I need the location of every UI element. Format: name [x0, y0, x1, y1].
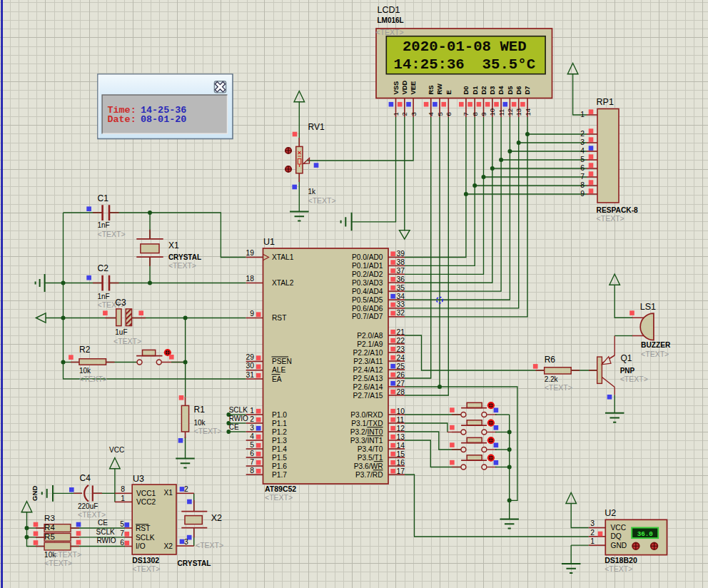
svg-text:8: 8	[250, 467, 254, 475]
svg-text:2: 2	[400, 112, 408, 116]
svg-text:14: 14	[524, 108, 532, 116]
svg-text:12: 12	[397, 425, 405, 432]
svg-text:7: 7	[580, 173, 585, 181]
svg-text:CRYSTAL: CRYSTAL	[168, 253, 201, 261]
svg-text:7: 7	[462, 112, 470, 116]
svg-text:19: 19	[246, 249, 255, 257]
svg-text:P3.7/RD: P3.7/RD	[355, 471, 383, 479]
svg-text:P1.5: P1.5	[272, 454, 287, 462]
svg-text:DS1302: DS1302	[132, 556, 159, 564]
svg-text:32: 32	[397, 309, 405, 317]
svg-text:<TEXT>: <TEXT>	[545, 383, 572, 392]
svg-text:1nF: 1nF	[98, 293, 110, 300]
svg-text:D0: D0	[462, 86, 470, 95]
svg-text:RW: RW	[435, 83, 443, 95]
svg-text:9: 9	[250, 310, 254, 318]
svg-text:P2.2/A10: P2.2/A10	[353, 349, 383, 357]
svg-text:8: 8	[471, 112, 479, 116]
svg-text:6: 6	[120, 539, 124, 547]
svg-text:25: 25	[397, 363, 405, 370]
svg-text:<TEXT>: <TEXT>	[113, 337, 141, 345]
svg-text:X2: X2	[211, 513, 222, 523]
svg-text:36.0: 36.0	[637, 530, 653, 538]
svg-text:21: 21	[397, 328, 405, 336]
svg-text:7: 7	[250, 458, 254, 466]
svg-text:8: 8	[121, 485, 125, 493]
svg-text:6: 6	[445, 112, 452, 116]
svg-text:<TEXT>: <TEXT>	[79, 375, 107, 383]
svg-text:C3: C3	[115, 298, 126, 308]
svg-text:P2.6/A14: P2.6/A14	[353, 383, 383, 391]
svg-text:220uF: 220uF	[78, 502, 98, 510]
svg-text:23: 23	[397, 345, 405, 353]
svg-text:38: 38	[397, 258, 405, 266]
svg-text:VCC: VCC	[109, 446, 124, 454]
svg-text:39: 39	[397, 250, 405, 258]
svg-text:7: 7	[120, 529, 124, 537]
svg-text:27: 27	[397, 380, 405, 387]
svg-text:P0.4/AD4: P0.4/AD4	[352, 288, 383, 295]
svg-text:U1: U1	[263, 237, 275, 247]
svg-text:GND: GND	[611, 542, 627, 549]
svg-text:R2: R2	[79, 345, 91, 355]
svg-text:LCD1: LCD1	[378, 5, 400, 15]
svg-text:ALE: ALE	[272, 366, 285, 374]
svg-text:P0.0/AD0: P0.0/AD0	[352, 253, 383, 261]
svg-text:26: 26	[397, 371, 405, 379]
svg-text:VSS: VSS	[392, 81, 400, 95]
svg-text:31: 31	[246, 371, 255, 379]
svg-text:SCLK: SCLK	[136, 534, 155, 542]
svg-text:RST: RST	[272, 314, 286, 322]
svg-text:RP1: RP1	[597, 97, 614, 107]
svg-text:P1.1: P1.1	[272, 420, 287, 427]
svg-text:RWIO: RWIO	[229, 415, 248, 422]
svg-text:X2: X2	[164, 542, 173, 550]
svg-text:<TEXT>: <TEXT>	[196, 541, 223, 549]
svg-text:34: 34	[397, 293, 405, 300]
svg-text:P3.4/T0: P3.4/T0	[358, 445, 383, 453]
svg-text:<TEXT>: <TEXT>	[265, 493, 293, 502]
svg-text:X1: X1	[168, 240, 179, 250]
svg-text:Date:: Date:	[108, 114, 136, 125]
svg-text:CRYSTAL: CRYSTAL	[178, 559, 211, 567]
svg-text:Q1: Q1	[621, 353, 632, 363]
svg-text:VCC2: VCC2	[136, 498, 156, 506]
svg-text:RWIO: RWIO	[97, 537, 116, 544]
svg-text:4: 4	[250, 432, 254, 440]
svg-text:33: 33	[397, 300, 405, 308]
svg-text:8: 8	[580, 181, 585, 189]
svg-text:2: 2	[250, 415, 254, 423]
svg-text:VEE: VEE	[409, 81, 417, 95]
svg-text:R4: R4	[44, 523, 55, 532]
svg-text:13: 13	[397, 433, 405, 441]
svg-text:XTAL1: XTAL1	[272, 253, 294, 261]
svg-text:AT89C52: AT89C52	[265, 485, 296, 493]
svg-text:<TEXT>: <TEXT>	[98, 230, 126, 238]
svg-text:1k: 1k	[308, 188, 317, 196]
svg-text:2: 2	[184, 485, 188, 493]
svg-text:U3: U3	[133, 474, 144, 484]
svg-text:D6: D6	[515, 86, 522, 95]
svg-text:10k: 10k	[194, 419, 206, 427]
svg-text:<TEXT>: <TEXT>	[168, 261, 196, 270]
svg-text:1uF: 1uF	[115, 328, 127, 336]
svg-text:<TEXT>: <TEXT>	[376, 28, 404, 36]
svg-text:P3.6/WR: P3.6/WR	[354, 462, 383, 470]
svg-text:EA: EA	[272, 375, 282, 383]
svg-text:<TEXT>: <TEXT>	[597, 214, 624, 223]
svg-text:P0.5/AD5: P0.5/AD5	[352, 296, 383, 304]
svg-text:08-01-20: 08-01-20	[141, 114, 186, 125]
svg-text:10: 10	[397, 407, 405, 415]
svg-text:5: 5	[250, 441, 254, 449]
svg-text:17: 17	[397, 467, 405, 475]
svg-text:<TEXT>: <TEXT>	[620, 375, 648, 383]
svg-text:<TEXT>: <TEXT>	[44, 559, 72, 567]
svg-text:PSEN: PSEN	[272, 358, 292, 365]
svg-text:6: 6	[250, 450, 254, 457]
svg-text:P0.1/AD1: P0.1/AD1	[352, 262, 383, 270]
svg-text:15: 15	[397, 450, 405, 458]
svg-text:3: 3	[590, 519, 595, 527]
svg-text:P2.3/A11: P2.3/A11	[353, 358, 383, 365]
svg-text:1: 1	[580, 111, 585, 118]
svg-text:1: 1	[392, 112, 400, 116]
